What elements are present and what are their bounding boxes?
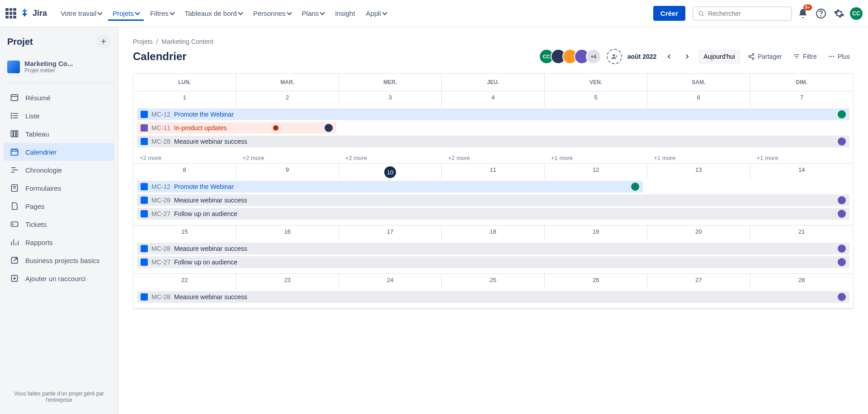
calendar-day[interactable]: 6 xyxy=(647,91,750,107)
prev-month-button[interactable] xyxy=(662,49,676,64)
sidebar-item-add[interactable]: Ajouter un raccourci xyxy=(4,269,114,287)
notifications-icon[interactable]: 9+ xyxy=(796,6,810,21)
nav-plans[interactable]: Plans xyxy=(297,6,329,21)
more-button[interactable]: Plus xyxy=(824,50,854,63)
calendar-day[interactable]: 2 xyxy=(236,91,339,107)
more-link[interactable]: +2 more xyxy=(133,153,236,163)
settings-icon[interactable] xyxy=(832,6,846,21)
day-header: VEN. xyxy=(545,74,647,91)
sidebar-item-page[interactable]: Pages xyxy=(4,197,114,215)
sidebar-item-external[interactable]: Business projects basics xyxy=(4,251,114,269)
calendar-day[interactable]: 16 xyxy=(236,226,339,241)
event-bar[interactable]: MC-12Promote the Webinar xyxy=(137,108,849,120)
jira-logo[interactable]: Jira xyxy=(20,8,47,19)
event-bar[interactable]: MC-28Measure webinar success xyxy=(137,291,849,303)
search-box[interactable] xyxy=(693,6,792,21)
project-icon xyxy=(7,61,20,73)
calendar-day[interactable]: 23 xyxy=(236,274,339,289)
calendar-day[interactable]: 20 xyxy=(647,226,750,241)
filter-button[interactable]: Filtre xyxy=(789,50,821,63)
today-button[interactable]: Aujourd'hui xyxy=(698,49,741,64)
sidebar-item-summary[interactable]: Résumé xyxy=(4,89,114,107)
user-avatar[interactable]: CC xyxy=(850,7,863,20)
calendar-day[interactable]: 24 xyxy=(339,274,442,289)
calendar-day[interactable]: 5 xyxy=(545,91,647,107)
story-icon xyxy=(141,124,148,132)
sidebar-item-report[interactable]: Rapports xyxy=(4,233,114,251)
more-link[interactable]: +1 more xyxy=(750,153,853,163)
calendar-day[interactable]: 13 xyxy=(647,164,750,179)
more-link[interactable]: +2 more xyxy=(236,153,339,163)
timeline-icon xyxy=(10,165,19,174)
month-label: août 2022 xyxy=(627,53,657,60)
more-link[interactable]: +1 more xyxy=(647,153,750,163)
help-icon[interactable] xyxy=(814,6,828,21)
sidebar-item-timeline[interactable]: Chronologie xyxy=(4,161,114,179)
event-bar[interactable]: MC-28Measure webinar success xyxy=(137,136,849,147)
add-project-button[interactable]: + xyxy=(96,34,111,49)
breadcrumb-projects[interactable]: Projets xyxy=(133,38,153,45)
nav-projets[interactable]: Projets xyxy=(108,6,144,21)
assignee-avatar xyxy=(838,196,846,204)
event-key: MC-12 xyxy=(151,183,170,190)
nav-tableaux-de-bord[interactable]: Tableaux de bord xyxy=(180,6,247,21)
nav-votre-travail[interactable]: Votre travail xyxy=(56,6,106,21)
calendar-day[interactable]: 17 xyxy=(339,226,442,241)
create-button[interactable]: Créer xyxy=(653,6,685,21)
add-person-button[interactable] xyxy=(607,49,622,64)
share-button[interactable]: Partager xyxy=(744,50,786,63)
calendar-day[interactable]: 4 xyxy=(442,91,544,107)
nav-filtres[interactable]: Filtres xyxy=(146,6,179,21)
calendar-day[interactable]: 12 xyxy=(545,164,647,179)
calendar-day[interactable]: 21 xyxy=(750,226,853,241)
task-icon xyxy=(141,259,148,266)
day-header: DIM. xyxy=(750,74,853,91)
more-link[interactable]: +2 more xyxy=(339,153,442,163)
calendar-day[interactable]: 11 xyxy=(442,164,544,179)
nav-appli[interactable]: Appli xyxy=(361,6,391,21)
avatar-stack[interactable]: CC +4 xyxy=(542,49,601,64)
sidebar-item-list[interactable]: Liste xyxy=(4,107,114,125)
nav-personnes[interactable]: Personnes xyxy=(249,6,296,21)
app-switcher-icon[interactable] xyxy=(5,8,16,19)
calendar-day[interactable]: 25 xyxy=(442,274,544,289)
event-title: Follow up on audience xyxy=(174,259,237,266)
event-bar[interactable]: MC-11In-product updates xyxy=(137,122,336,134)
calendar-day[interactable]: 19 xyxy=(545,226,647,241)
calendar-day[interactable]: 7 xyxy=(750,91,853,107)
event-bar[interactable]: MC-28Measure webinar success xyxy=(137,243,849,254)
calendar-day[interactable]: 10 xyxy=(339,164,442,179)
search-icon xyxy=(698,10,704,17)
next-month-button[interactable] xyxy=(680,49,694,64)
sidebar-item-calendar[interactable]: Calendrier xyxy=(4,143,114,161)
sidebar-item-ticket[interactable]: Tickets xyxy=(4,215,114,233)
calendar-day[interactable]: 9 xyxy=(236,164,339,179)
calendar-day[interactable]: 14 xyxy=(750,164,853,179)
breadcrumb-project[interactable]: Marketing Content xyxy=(161,38,213,45)
calendar-day[interactable]: 26 xyxy=(545,274,647,289)
event-bar[interactable]: MC-28Measure webinar success xyxy=(137,194,849,206)
report-icon xyxy=(10,238,19,247)
project-card[interactable]: Marketing Co... Projet métier xyxy=(4,56,114,77)
calendar-day[interactable]: 27 xyxy=(647,274,750,289)
event-bar[interactable]: MC-12Promote the Webinar xyxy=(137,181,643,193)
sidebar-item-label: Résumé xyxy=(25,94,51,102)
calendar-day[interactable]: 15 xyxy=(133,226,236,241)
calendar-day[interactable]: 3 xyxy=(339,91,442,107)
event-bar[interactable]: MC-27Follow up on audience xyxy=(137,256,849,268)
calendar-day[interactable]: 28 xyxy=(750,274,853,289)
avatar-more[interactable]: +4 xyxy=(586,49,601,64)
more-link[interactable]: +2 more xyxy=(442,153,544,163)
svg-point-10 xyxy=(11,115,12,116)
search-input[interactable] xyxy=(708,10,787,17)
calendar-day[interactable]: 8 xyxy=(133,164,236,179)
svg-rect-14 xyxy=(16,131,18,136)
sidebar-item-form[interactable]: Formulaires xyxy=(4,179,114,197)
calendar-day[interactable]: 1 xyxy=(133,91,236,107)
calendar-day[interactable]: 18 xyxy=(442,226,544,241)
nav-insight[interactable]: Insight xyxy=(330,6,359,21)
more-link[interactable]: +1 more xyxy=(545,153,647,163)
event-bar[interactable]: MC-27Follow up on audience xyxy=(137,208,849,220)
calendar-day[interactable]: 22 xyxy=(133,274,236,289)
sidebar-item-board[interactable]: Tableau xyxy=(4,125,114,143)
